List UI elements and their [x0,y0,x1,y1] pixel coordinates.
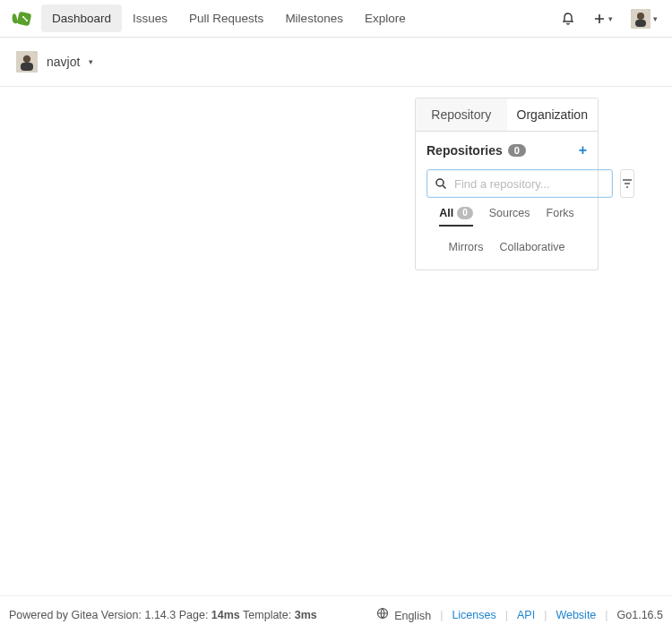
filter-sources[interactable]: Sources [489,207,530,225]
top-navbar: Dashboard Issues Pull Requests Milestone… [0,0,672,38]
sidebar: Repository Organization Repositories 0 + [415,98,599,595]
filter-mirrors[interactable]: Mirrors [449,241,484,259]
activity-feed [0,98,415,595]
context-bar: navjot ▾ [0,38,672,87]
repo-count-badge: 0 [508,144,526,157]
context-username: navjot [47,55,80,69]
language-switcher[interactable]: English [376,607,431,622]
svg-point-9 [436,179,444,186]
nav-milestones[interactable]: Milestones [274,4,354,32]
filter-forks[interactable]: Forks [547,207,574,225]
nav-items: Dashboard Issues Pull Requests Milestone… [41,4,417,32]
footer-template-time: 3ms [295,609,317,621]
filter-button[interactable] [620,169,634,198]
repositories-title: Repositories [426,143,503,158]
repo-filters: All 0 Sources Forks Mirrors Collaborativ… [416,198,598,269]
context-switcher[interactable]: navjot ▾ [16,51,93,73]
notifications-icon[interactable] [557,8,579,30]
sidebar-tabs: Repository Organization [415,98,599,132]
footer-page-time: 14ms [211,609,240,621]
avatar [631,9,650,29]
filter-collaborative[interactable]: Collaborative [499,241,564,259]
gitea-logo[interactable] [11,10,34,28]
nav-pull-requests[interactable]: Pull Requests [178,4,274,32]
nav-issues[interactable]: Issues [122,4,178,32]
nav-explore[interactable]: Explore [354,4,417,32]
footer-go-version: Go1.16.5 [617,609,663,621]
svg-point-7 [23,56,30,63]
svg-point-4 [637,13,644,20]
footer-website-link[interactable]: Website [556,609,596,621]
create-menu[interactable]: ▾ [590,9,616,29]
svg-rect-8 [21,63,33,71]
footer: Powered by Gitea Version: 1.14.3 Page: 1… [0,595,672,633]
new-repo-button[interactable]: + [579,142,587,158]
repositories-header: Repositories 0 + [416,132,598,169]
footer-right: English | Licenses | API | Website | Go1… [376,607,663,622]
footer-powered: Powered by Gitea Version: 1.14.3 Page: [9,609,211,621]
chevron-down-icon: ▾ [89,57,93,66]
globe-icon [376,607,389,620]
chevron-down-icon: ▾ [653,14,658,23]
nav-dashboard[interactable]: Dashboard [41,4,122,32]
footer-left: Powered by Gitea Version: 1.14.3 Page: 1… [9,609,376,621]
filter-icon [621,177,633,190]
footer-template-label: Template: [240,609,295,621]
user-menu[interactable]: ▾ [627,5,661,32]
footer-licenses-link[interactable]: Licenses [452,609,495,621]
filter-all-count: 0 [457,207,473,219]
main-content: Repository Organization Repositories 0 + [0,87,672,595]
chevron-down-icon: ▾ [608,14,613,23]
svg-rect-0 [17,11,32,26]
footer-api-link[interactable]: API [517,609,535,621]
nav-right: ▾ ▾ [557,5,661,32]
svg-rect-5 [635,20,646,27]
repo-search-input[interactable] [454,177,605,191]
repo-search-row [416,169,598,198]
repositories-panel: Repositories 0 + All 0 [415,132,599,270]
tab-repository[interactable]: Repository [416,98,507,131]
search-icon [435,177,447,190]
tab-organization[interactable]: Organization [507,98,599,131]
avatar [16,51,38,73]
filter-all[interactable]: All 0 [439,207,473,227]
repo-search-box[interactable] [426,169,613,198]
